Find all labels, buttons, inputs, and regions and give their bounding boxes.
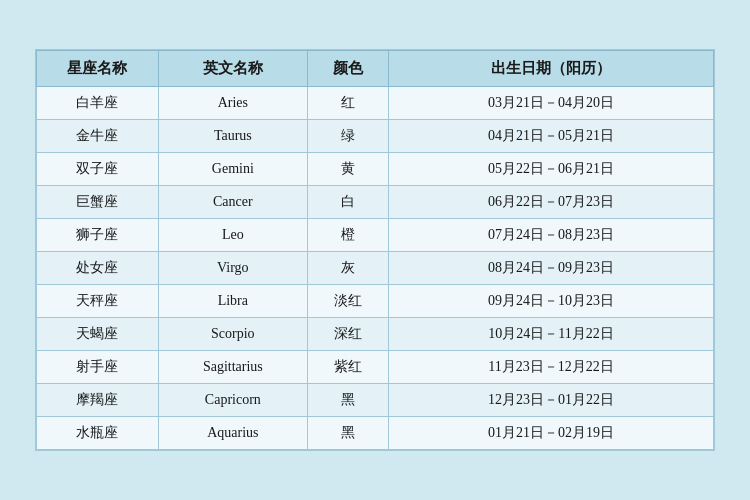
table-header-row: 星座名称 英文名称 颜色 出生日期（阳历）	[37, 51, 714, 87]
cell-chinese: 白羊座	[37, 87, 159, 120]
table-row: 天蝎座Scorpio深红10月24日－11月22日	[37, 318, 714, 351]
cell-date: 12月23日－01月22日	[389, 384, 714, 417]
cell-date: 05月22日－06月21日	[389, 153, 714, 186]
cell-color: 黑	[307, 384, 388, 417]
cell-chinese: 天蝎座	[37, 318, 159, 351]
cell-english: Capricorn	[158, 384, 307, 417]
cell-chinese: 巨蟹座	[37, 186, 159, 219]
cell-color: 黄	[307, 153, 388, 186]
cell-color: 白	[307, 186, 388, 219]
cell-english: Cancer	[158, 186, 307, 219]
cell-english: Aries	[158, 87, 307, 120]
cell-color: 绿	[307, 120, 388, 153]
cell-english: Leo	[158, 219, 307, 252]
table-row: 射手座Sagittarius紫红11月23日－12月22日	[37, 351, 714, 384]
cell-english: Virgo	[158, 252, 307, 285]
table-row: 双子座Gemini黄05月22日－06月21日	[37, 153, 714, 186]
cell-date: 09月24日－10月23日	[389, 285, 714, 318]
cell-english: Gemini	[158, 153, 307, 186]
cell-english: Sagittarius	[158, 351, 307, 384]
cell-english: Aquarius	[158, 417, 307, 450]
cell-chinese: 狮子座	[37, 219, 159, 252]
cell-english: Scorpio	[158, 318, 307, 351]
cell-chinese: 水瓶座	[37, 417, 159, 450]
cell-english: Libra	[158, 285, 307, 318]
table-row: 狮子座Leo橙07月24日－08月23日	[37, 219, 714, 252]
cell-color: 紫红	[307, 351, 388, 384]
cell-color: 红	[307, 87, 388, 120]
cell-date: 06月22日－07月23日	[389, 186, 714, 219]
cell-chinese: 摩羯座	[37, 384, 159, 417]
cell-chinese: 金牛座	[37, 120, 159, 153]
header-chinese: 星座名称	[37, 51, 159, 87]
cell-english: Taurus	[158, 120, 307, 153]
cell-date: 11月23日－12月22日	[389, 351, 714, 384]
cell-color: 深红	[307, 318, 388, 351]
header-date: 出生日期（阳历）	[389, 51, 714, 87]
table-row: 金牛座Taurus绿04月21日－05月21日	[37, 120, 714, 153]
cell-date: 08月24日－09月23日	[389, 252, 714, 285]
table-row: 天秤座Libra淡红09月24日－10月23日	[37, 285, 714, 318]
table-row: 水瓶座Aquarius黑01月21日－02月19日	[37, 417, 714, 450]
header-color: 颜色	[307, 51, 388, 87]
table-row: 巨蟹座Cancer白06月22日－07月23日	[37, 186, 714, 219]
cell-color: 黑	[307, 417, 388, 450]
zodiac-table-container: 星座名称 英文名称 颜色 出生日期（阳历） 白羊座Aries红03月21日－04…	[35, 49, 715, 451]
cell-date: 03月21日－04月20日	[389, 87, 714, 120]
table-row: 白羊座Aries红03月21日－04月20日	[37, 87, 714, 120]
table-row: 摩羯座Capricorn黑12月23日－01月22日	[37, 384, 714, 417]
cell-color: 橙	[307, 219, 388, 252]
cell-chinese: 处女座	[37, 252, 159, 285]
table-row: 处女座Virgo灰08月24日－09月23日	[37, 252, 714, 285]
cell-chinese: 天秤座	[37, 285, 159, 318]
cell-chinese: 射手座	[37, 351, 159, 384]
cell-date: 07月24日－08月23日	[389, 219, 714, 252]
cell-date: 01月21日－02月19日	[389, 417, 714, 450]
cell-color: 灰	[307, 252, 388, 285]
zodiac-table: 星座名称 英文名称 颜色 出生日期（阳历） 白羊座Aries红03月21日－04…	[36, 50, 714, 450]
cell-color: 淡红	[307, 285, 388, 318]
cell-chinese: 双子座	[37, 153, 159, 186]
header-english: 英文名称	[158, 51, 307, 87]
cell-date: 04月21日－05月21日	[389, 120, 714, 153]
cell-date: 10月24日－11月22日	[389, 318, 714, 351]
